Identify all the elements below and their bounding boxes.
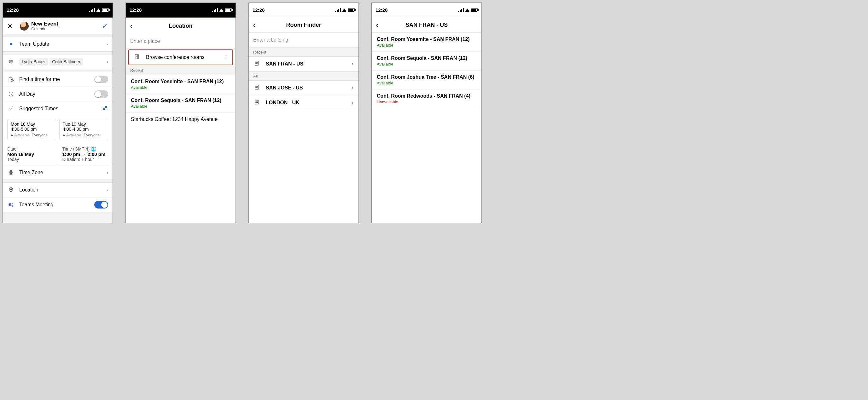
location-search-input[interactable]: Enter a place xyxy=(126,34,236,49)
date-label: Date xyxy=(7,146,53,152)
svg-rect-21 xyxy=(255,85,258,90)
time-cell[interactable]: Time (GMT-4) 🌐 1:00 pm → 2:00 pm Duratio… xyxy=(58,143,113,165)
status-time: 12:28 xyxy=(130,7,142,12)
status-time: 12:28 xyxy=(375,7,388,12)
battery-icon xyxy=(225,8,232,12)
attendee-chip[interactable]: Lydia Bauer xyxy=(19,58,48,66)
attendee-chip[interactable]: Colin Ballinger xyxy=(50,58,83,66)
room-name: Conf. Room Yosemite - SAN FRAN (12) xyxy=(131,79,230,85)
timezone-label: Time Zone xyxy=(19,170,106,175)
svg-rect-23 xyxy=(257,86,257,87)
svg-rect-18 xyxy=(257,62,257,63)
svg-rect-16 xyxy=(255,61,258,66)
people-icon xyxy=(7,59,15,65)
building-item[interactable]: SAN FRAN - US › xyxy=(249,57,359,71)
back-icon[interactable]: ‹ xyxy=(253,22,255,29)
svg-rect-24 xyxy=(256,87,256,88)
suggested-time-card[interactable]: Mon 18 May 4:30-5:00 pm ●Available: Ever… xyxy=(7,119,56,140)
chevron-right-icon: › xyxy=(106,170,108,175)
svg-rect-27 xyxy=(256,101,256,101)
building-item[interactable]: SAN JOSE - US › xyxy=(249,80,359,95)
find-time-row[interactable]: Find a time for me xyxy=(3,72,113,87)
svg-point-1 xyxy=(11,61,12,62)
attendees-row[interactable]: Lydia Bauer Colin Ballinger › xyxy=(3,55,113,69)
arrow-right-icon: → xyxy=(81,151,86,157)
status-bar: 12:28 xyxy=(3,3,113,17)
room-item[interactable]: Conf. Room Sequoia - SAN FRAN (12) Avail… xyxy=(372,52,482,71)
wifi-icon xyxy=(465,8,469,12)
signal-icon xyxy=(89,8,95,12)
attendee-chips: Lydia Bauer Colin Ballinger xyxy=(19,58,106,66)
teams-meeting-row[interactable]: T Teams Meeting xyxy=(3,197,113,212)
browse-conference-rooms[interactable]: Browse conference rooms › xyxy=(129,50,232,65)
find-time-toggle[interactable] xyxy=(94,76,108,83)
phone-location: 12:28 ‹ Location Enter a place Browse co… xyxy=(125,2,236,223)
chevron-right-icon: › xyxy=(352,100,353,105)
building-icon xyxy=(254,85,261,91)
date-time-row: Date Mon 18 May Today Time (GMT-4) 🌐 1:0… xyxy=(3,143,113,165)
svg-rect-30 xyxy=(257,102,257,102)
recent-section-label: Recent xyxy=(126,66,236,75)
svg-rect-29 xyxy=(256,102,256,102)
status-bar: 12:28 xyxy=(126,3,236,17)
svg-point-0 xyxy=(9,60,11,62)
event-title: Team Update xyxy=(19,41,106,47)
avatar xyxy=(20,22,29,31)
building-search-input[interactable]: Enter a building xyxy=(249,33,359,47)
room-name: Conf. Room Sequoia - SAN FRAN (12) xyxy=(377,56,476,61)
page-title: Location xyxy=(143,23,218,29)
calendar-dot-icon xyxy=(10,43,12,45)
status-icons xyxy=(335,8,355,12)
globe-icon: 🌐 xyxy=(91,146,96,152)
back-icon[interactable]: ‹ xyxy=(376,22,378,29)
status-bar: 12:28 xyxy=(372,3,482,17)
time-value: 1:00 pm → 2:00 pm xyxy=(62,152,108,157)
all-day-row[interactable]: All Day xyxy=(3,87,113,101)
building-name: LONDON - UK xyxy=(266,100,352,105)
all-day-toggle[interactable] xyxy=(94,90,108,98)
svg-rect-22 xyxy=(256,86,256,87)
suggestion-date: Mon 18 May xyxy=(11,122,53,127)
room-finder-header: ‹ Room Finder xyxy=(249,17,359,33)
location-pin-icon xyxy=(7,187,15,193)
svg-point-13 xyxy=(12,203,13,204)
signal-icon xyxy=(458,8,464,12)
suggestion-availability: ●Available: Everyone xyxy=(63,133,105,137)
confirm-icon[interactable]: ✓ xyxy=(102,22,108,31)
building-rooms-header: ‹ SAN FRAN - US xyxy=(372,17,482,33)
chevron-right-icon: › xyxy=(352,85,353,91)
room-name: Conf. Room Yosemite - SAN FRAN (12) xyxy=(377,37,476,42)
room-item[interactable]: Conf. Room Yosemite - SAN FRAN (12) Avai… xyxy=(372,33,482,52)
room-status: Unavailable xyxy=(377,100,476,104)
suggested-time-card[interactable]: Tue 19 May 4:00-4:30 pm ●Available: Ever… xyxy=(59,119,108,140)
room-item[interactable]: Conf. Room Joshua Tree - SAN FRAN (6) Av… xyxy=(372,71,482,90)
building-name: SAN FRAN - US xyxy=(266,61,352,67)
svg-point-15 xyxy=(136,56,137,57)
recent-room-item[interactable]: Conf. Room Yosemite - SAN FRAN (12) Avai… xyxy=(126,75,236,94)
chevron-right-icon: › xyxy=(226,55,227,60)
room-item[interactable]: Conf. Room Redwoods - SAN FRAN (4) Unava… xyxy=(372,90,482,108)
event-title-row[interactable]: Team Update › xyxy=(3,37,113,51)
teams-label: Teams Meeting xyxy=(19,202,94,207)
timezone-row[interactable]: Time Zone › xyxy=(3,165,113,179)
room-name: Conf. Room Sequoia - SAN FRAN (12) xyxy=(131,98,230,103)
recent-room-item[interactable]: Conf. Room Sequoia - SAN FRAN (12) Avail… xyxy=(126,94,236,113)
wand-icon xyxy=(7,106,15,111)
suggestion-availability: ●Available: Everyone xyxy=(11,133,53,137)
back-icon[interactable]: ‹ xyxy=(130,22,132,30)
svg-rect-20 xyxy=(257,63,257,64)
close-icon[interactable]: ✕ xyxy=(7,22,12,30)
teams-toggle[interactable] xyxy=(94,201,108,208)
sliders-icon[interactable] xyxy=(102,105,108,112)
building-item[interactable]: LONDON - UK › xyxy=(249,95,359,110)
recent-room-item[interactable]: Starbucks Coffee: 1234 Happy Avenue xyxy=(126,113,236,126)
phone-new-event: 12:28 ✕ New Event Calendar ✓ Team Update xyxy=(2,2,113,223)
location-row[interactable]: Location › xyxy=(3,183,113,197)
status-icons xyxy=(212,8,232,12)
date-value: Mon 18 May xyxy=(7,152,53,157)
recent-section-label: Recent xyxy=(249,47,359,57)
suggested-times-row[interactable]: Suggested Times xyxy=(3,101,113,115)
date-cell[interactable]: Date Mon 18 May Today xyxy=(3,143,58,165)
suggestion-time: 4:00-4:30 pm xyxy=(63,127,105,132)
phone-room-finder: 12:28 ‹ Room Finder Enter a building Rec… xyxy=(248,2,359,223)
